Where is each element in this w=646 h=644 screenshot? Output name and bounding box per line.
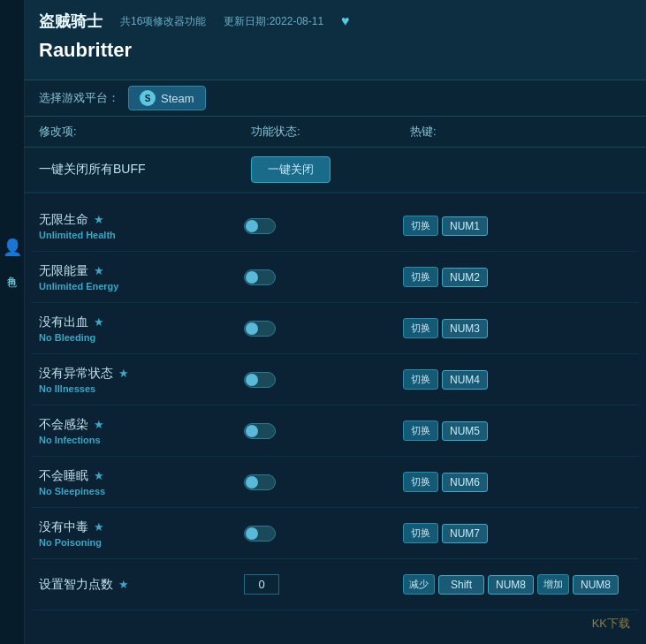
mod-hotkey-col: 切换 NUM7 — [403, 523, 632, 543]
mod-toggle-col — [244, 321, 403, 337]
table-row: 不会睡眠 ★ No Sleepiness 切换 NUM6 — [32, 457, 639, 508]
mod-value-col: 减少 Shift NUM8 增加 NUM8 — [403, 574, 632, 595]
mod-name-col: 没有中毒 ★ No Poisoning — [39, 519, 244, 548]
toggle-knob — [246, 220, 258, 232]
mod-name-cn: 不会睡眠 ★ — [39, 468, 244, 484]
toggle-knob — [246, 271, 258, 284]
steam-logo-icon: S — [140, 90, 156, 106]
col-hotkey-header: 热键: — [410, 124, 632, 140]
hotkey-switch-button[interactable]: 切换 — [403, 267, 438, 287]
table-row: 没有出血 ★ No Bleeding 切换 NUM3 — [32, 303, 639, 354]
mod-toggle-col — [244, 526, 403, 542]
mod-toggle-col — [244, 269, 403, 285]
toggle-switch[interactable] — [244, 218, 276, 234]
toggle-knob — [246, 322, 258, 335]
header: 盗贼骑士 共16项修改器功能 更新日期:2022-08-11 ♥ Raubrit… — [25, 0, 646, 80]
table-row: 不会感染 ★ No Infections 切换 NUM5 — [32, 405, 639, 457]
hotkey-switch-button[interactable]: 切换 — [403, 369, 438, 390]
table-row: 没有中毒 ★ No Poisoning 切换 NUM7 — [32, 508, 639, 559]
mod-name-en: No Infections — [39, 435, 244, 445]
star-icon: ★ — [118, 578, 129, 591]
mod-name-cn: 设置智力点数 ★ — [39, 577, 244, 593]
platform-row: 选择游戏平台： S Steam — [25, 80, 646, 117]
mod-toggle-col: 0 — [244, 574, 403, 595]
hotkey-key: NUM3 — [442, 319, 488, 338]
hotkey-switch-button[interactable]: 切换 — [403, 523, 438, 543]
toggle-switch[interactable] — [244, 321, 276, 337]
favorite-icon[interactable]: ♥ — [341, 13, 350, 29]
mod-name-col: 没有异常状态 ★ No Illnesses — [39, 366, 244, 394]
character-icon: 👤 — [2, 230, 23, 265]
star-icon: ★ — [94, 213, 104, 226]
mod-hotkey-col: 切换 NUM4 — [403, 369, 632, 390]
mod-name-col: 无限生命 ★ Unlimited Health — [39, 212, 244, 240]
modifier-list: 无限生命 ★ Unlimited Health 切换 NUM1 — [25, 201, 646, 644]
hotkey-key: NUM6 — [442, 473, 488, 492]
mod-name-en: Unlimited Energy — [39, 281, 244, 292]
game-title-cn: 盗贼骑士 — [39, 11, 103, 32]
hotkey-switch-button[interactable]: 切换 — [403, 216, 438, 236]
mod-name-cn: 无限能量 ★ — [39, 263, 244, 279]
mod-name-col: 不会感染 ★ No Infections — [39, 417, 244, 445]
hotkey-switch-button[interactable]: 切换 — [403, 472, 438, 492]
mod-name-cn: 没有异常状态 ★ — [39, 366, 244, 382]
table-row: 无限能量 ★ Unlimited Energy 切换 NUM2 — [32, 252, 639, 303]
value-display: 0 — [244, 574, 279, 595]
hotkey-key: NUM4 — [442, 370, 488, 390]
star-icon: ★ — [94, 418, 104, 431]
update-date: 更新日期:2022-08-11 — [224, 14, 323, 29]
table-row: 没有异常状态 ★ No Illnesses 切换 NUM4 — [32, 354, 639, 405]
mod-name-en: No Bleeding — [39, 332, 244, 343]
decrease-button[interactable]: 减少 — [403, 574, 435, 595]
toggle-switch[interactable] — [244, 269, 276, 285]
mod-toggle-col — [244, 474, 403, 490]
star-icon: ★ — [94, 469, 104, 482]
toggle-knob — [246, 527, 258, 540]
mod-hotkey-col: 切换 NUM2 — [403, 267, 632, 287]
mod-hotkey-col: 切换 NUM5 — [403, 420, 632, 441]
hotkey-switch-button[interactable]: 切换 — [403, 420, 438, 441]
col-status-header: 功能状态: — [251, 124, 410, 140]
toggle-switch[interactable] — [244, 526, 276, 542]
mod-name-col: 设置智力点数 ★ — [39, 577, 244, 593]
hotkey-key: NUM7 — [442, 524, 488, 543]
onekey-button[interactable]: 一键关闭 — [251, 156, 331, 183]
sidebar-label: 角色 — [5, 269, 19, 272]
toggle-switch[interactable] — [244, 474, 276, 490]
mod-hotkey-col: 切换 NUM6 — [403, 472, 632, 492]
mod-name-en: Unlimited Health — [39, 230, 244, 240]
mod-toggle-col — [244, 423, 403, 439]
header-top: 盗贼骑士 共16项修改器功能 更新日期:2022-08-11 ♥ — [39, 11, 632, 32]
toggle-knob — [246, 476, 258, 489]
header-meta: 共16项修改器功能 更新日期:2022-08-11 ♥ — [120, 13, 350, 29]
onekey-label: 一键关闭所有BUFF — [39, 162, 251, 178]
mod-name-cn: 没有出血 ★ — [39, 314, 244, 330]
platform-label: 选择游戏平台： — [39, 90, 119, 106]
app-container: 👤 角色 盗贼骑士 共16项修改器功能 更新日期:2022-08-11 ♥ Ra… — [0, 0, 646, 644]
mod-toggle-col — [244, 372, 403, 388]
steam-button[interactable]: S Steam — [128, 86, 206, 110]
increase-button[interactable]: 增加 — [537, 574, 569, 595]
mod-name-en: No Sleepiness — [39, 486, 244, 496]
sidebar: 👤 角色 — [0, 0, 25, 644]
mod-name-cn: 不会感染 ★ — [39, 417, 244, 433]
mod-name-en: No Illnesses — [39, 383, 244, 394]
hotkey-key: NUM2 — [442, 268, 488, 287]
hotkey-key-shift: Shift — [438, 575, 484, 595]
toggle-switch[interactable] — [244, 423, 276, 439]
onekey-row: 一键关闭所有BUFF 一键关闭 — [25, 148, 646, 193]
hotkey-key-num8a: NUM8 — [488, 575, 534, 595]
mod-name-cn: 无限生命 ★ — [39, 212, 244, 228]
mod-name-col: 不会睡眠 ★ No Sleepiness — [39, 468, 244, 496]
toggle-knob — [246, 374, 258, 386]
steam-label: Steam — [161, 92, 194, 105]
star-icon: ★ — [94, 520, 104, 534]
column-headers: 修改项: 功能状态: 热键: — [25, 117, 646, 148]
mod-name-col: 无限能量 ★ Unlimited Energy — [39, 263, 244, 292]
features-count: 共16项修改器功能 — [120, 14, 206, 29]
mod-name-en: No Poisoning — [39, 537, 244, 548]
mod-toggle-col — [244, 218, 403, 234]
hotkey-switch-button[interactable]: 切换 — [403, 318, 438, 338]
toggle-switch[interactable] — [244, 372, 276, 388]
star-icon: ★ — [94, 264, 104, 277]
